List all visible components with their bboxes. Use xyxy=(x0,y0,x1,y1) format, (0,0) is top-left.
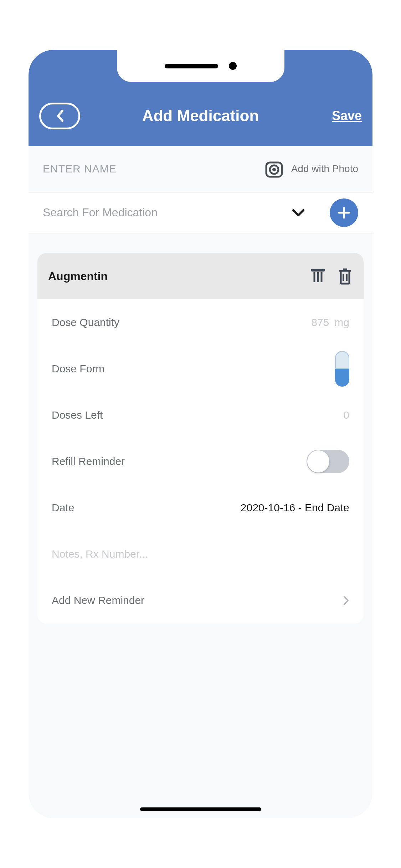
doses-left-row[interactable]: Doses Left 0 xyxy=(37,392,364,438)
back-button[interactable] xyxy=(39,103,80,129)
add-reminder-label: Add New Reminder xyxy=(52,594,144,606)
notch-bar xyxy=(117,50,284,82)
plus-icon xyxy=(337,206,351,220)
dose-form-label: Dose Form xyxy=(52,363,104,375)
doses-left-label: Doses Left xyxy=(52,409,103,421)
notch-cutout xyxy=(117,50,284,82)
doses-left-value: 0 xyxy=(343,409,349,421)
dose-quantity-value: 875 mg xyxy=(311,316,349,329)
dose-value-unit: mg xyxy=(334,316,349,329)
chevron-left-icon xyxy=(56,109,64,122)
add-with-photo-label: Add with Photo xyxy=(291,163,358,175)
medication-actions xyxy=(309,267,353,285)
chevron-right-icon xyxy=(343,595,349,606)
camera-dot xyxy=(229,62,237,70)
capsule-icon xyxy=(335,351,349,387)
dose-quantity-row[interactable]: Dose Quantity 875 mg xyxy=(37,299,364,346)
medication-name: Augmentin xyxy=(48,270,108,283)
speaker-slot xyxy=(165,64,218,68)
trash-icon[interactable] xyxy=(337,267,353,285)
home-indicator[interactable] xyxy=(140,807,261,811)
search-medication-input[interactable]: Search For Medication xyxy=(43,206,285,219)
medication-card: Augmentin Dose Quantity 875 mg xyxy=(37,253,364,624)
column-icon[interactable] xyxy=(309,267,327,284)
save-button[interactable]: Save xyxy=(332,108,362,123)
camera-icon xyxy=(264,159,284,179)
page-title: Add Medication xyxy=(142,107,259,125)
app-header: Add Medication Save xyxy=(29,50,372,146)
date-label: Date xyxy=(52,502,74,514)
name-input[interactable]: ENTER NAME xyxy=(43,163,117,175)
svg-point-2 xyxy=(272,168,276,171)
add-reminder-row[interactable]: Add New Reminder xyxy=(37,577,364,624)
medication-card-header: Augmentin xyxy=(37,253,364,299)
search-row: Search For Medication xyxy=(29,192,372,233)
dose-quantity-label: Dose Quantity xyxy=(52,316,119,329)
notes-input: Notes, Rx Number... xyxy=(52,548,148,560)
add-with-photo-button[interactable]: Add with Photo xyxy=(264,159,358,179)
date-value: 2020-10-16 - End Date xyxy=(241,502,349,514)
name-input-row: ENTER NAME Add with Photo xyxy=(29,146,372,192)
date-row[interactable]: Date 2020-10-16 - End Date xyxy=(37,485,364,531)
notes-row[interactable]: Notes, Rx Number... xyxy=(37,531,364,577)
dose-value-number: 875 xyxy=(311,316,329,329)
toggle-knob xyxy=(307,450,329,472)
dose-form-row[interactable]: Dose Form xyxy=(37,346,364,392)
add-medication-button[interactable] xyxy=(330,198,358,227)
device-frame: Add Medication Save ENTER NAME Add with … xyxy=(29,50,372,818)
refill-reminder-label: Refill Reminder xyxy=(52,455,125,467)
refill-reminder-row: Refill Reminder xyxy=(37,438,364,485)
chevron-down-icon[interactable] xyxy=(292,209,305,217)
refill-reminder-toggle[interactable] xyxy=(307,450,349,473)
